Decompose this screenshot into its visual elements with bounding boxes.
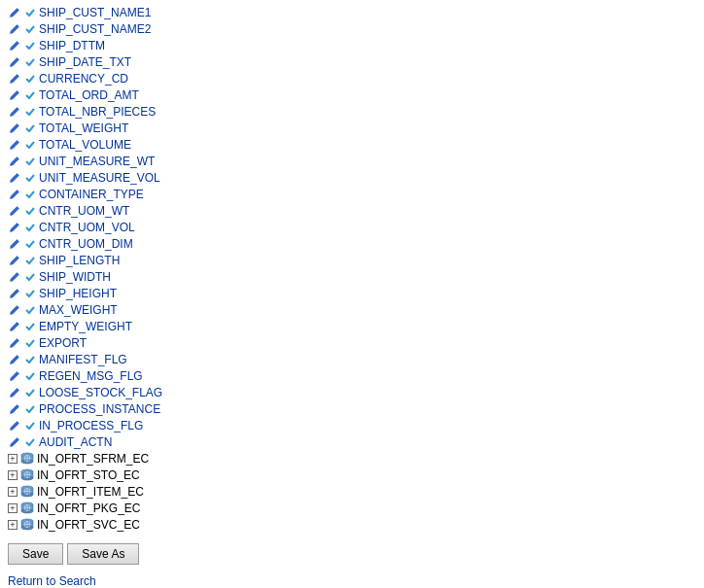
item-label[interactable]: SHIP_DATE_TXT [39,54,131,70]
pencil-icon[interactable] [8,138,21,152]
pencil-icon[interactable] [8,105,21,119]
expand-icon[interactable]: + [8,470,18,480]
item-label[interactable]: IN_OFRT_ITEM_EC [37,484,144,500]
item-label[interactable]: MANIFEST_FLG [39,352,127,367]
check-icon [23,270,37,284]
pencil-icon[interactable] [8,155,21,168]
check-icon [23,237,37,251]
item-label[interactable]: LOOSE_STOCK_FLAG [39,385,162,400]
item-label[interactable]: CNTR_UOM_WT [39,203,129,219]
pencil-icon[interactable] [8,221,21,234]
pencil-icon[interactable] [8,204,21,218]
pencil-icon[interactable] [8,435,21,449]
tree-item: CNTR_UOM_DIM [8,236,696,252]
tree-item: IN_PROCESS_FLG [8,418,696,433]
tree-item-expandable: + IN_OFRT_SFRM_EC [8,451,696,467]
tree-item: SHIP_CUST_NAME1 [8,5,696,20]
pencil-icon[interactable] [8,386,21,399]
tree-item: SHIP_HEIGHT [8,286,696,301]
item-label[interactable]: CONTAINER_TYPE [39,187,144,202]
pencil-icon[interactable] [8,72,21,86]
item-label[interactable]: AUDIT_ACTN [39,434,112,450]
check-icon [23,435,37,449]
expand-icon[interactable]: + [8,520,18,530]
database-icon [19,485,35,499]
item-label[interactable]: SHIP_WIDTH [39,269,111,285]
tree-item: LOOSE_STOCK_FLAG [8,385,696,400]
item-label[interactable]: PROCESS_INSTANCE [39,401,160,417]
tree-item: CURRENCY_CD [8,71,696,86]
item-label[interactable]: IN_OFRT_STO_EC [37,467,140,483]
check-icon [23,138,37,152]
pencil-icon[interactable] [8,419,21,432]
pencil-icon[interactable] [8,39,21,52]
tree-item: EMPTY_WEIGHT [8,319,696,334]
tree-item: SHIP_WIDTH [8,269,696,285]
check-icon [23,336,37,350]
item-label[interactable]: CURRENCY_CD [39,71,128,86]
tree-item: TOTAL_NBR_PIECES [8,104,696,120]
pencil-icon[interactable] [8,320,21,333]
expand-icon[interactable]: + [8,454,18,464]
check-icon [23,55,37,69]
check-icon [23,105,37,119]
tree-item: REGEN_MSG_FLG [8,368,696,384]
expand-icon[interactable]: + [8,487,18,497]
item-label[interactable]: SHIP_HEIGHT [39,286,117,301]
pencil-icon[interactable] [8,287,21,300]
check-icon [23,254,37,267]
item-label[interactable]: TOTAL_VOLUME [39,137,131,153]
item-label[interactable]: IN_OFRT_SFRM_EC [37,451,149,467]
pencil-icon[interactable] [8,303,21,317]
item-label[interactable]: TOTAL_WEIGHT [39,121,128,136]
tree-item: TOTAL_WEIGHT [8,121,696,136]
item-label[interactable]: EXPORT [39,335,87,351]
tree-container: SHIP_CUST_NAME1SHIP_CUST_NAME2SHIP_DTTMS… [0,0,704,537]
pencil-icon[interactable] [8,353,21,366]
tree-item: UNIT_MEASURE_VOL [8,170,696,186]
check-icon [23,320,37,333]
pencil-icon[interactable] [8,369,21,383]
database-icon [19,468,35,482]
item-label[interactable]: IN_PROCESS_FLG [39,418,143,433]
tree-item: SHIP_CUST_NAME2 [8,21,696,37]
save-as-button[interactable]: Save As [67,543,139,565]
item-label[interactable]: SHIP_LENGTH [39,253,120,268]
return-to-search-link[interactable]: Return to Search [8,574,96,588]
pencil-icon[interactable] [8,171,21,185]
pencil-icon[interactable] [8,55,21,69]
tree-item: SHIP_LENGTH [8,253,696,268]
item-label[interactable]: SHIP_CUST_NAME1 [39,5,151,20]
item-label[interactable]: CNTR_UOM_DIM [39,236,133,252]
item-label[interactable]: UNIT_MEASURE_VOL [39,170,160,186]
item-label[interactable]: REGEN_MSG_FLG [39,368,143,384]
expand-icon[interactable]: + [8,503,18,513]
pencil-icon[interactable] [8,270,21,284]
pencil-icon[interactable] [8,402,21,416]
item-label[interactable]: UNIT_MEASURE_WT [39,154,155,169]
item-label[interactable]: SHIP_CUST_NAME2 [39,21,151,37]
check-icon [23,6,37,19]
pencil-icon[interactable] [8,121,21,135]
item-label[interactable]: SHIP_DTTM [39,38,105,53]
tree-item: CONTAINER_TYPE [8,187,696,202]
tree-item: SHIP_DTTM [8,38,696,53]
save-button[interactable]: Save [8,543,63,565]
check-icon [23,188,37,201]
buttons-row: Save Save As [0,537,704,571]
item-label[interactable]: TOTAL_ORD_AMT [39,87,139,103]
item-label[interactable]: IN_OFRT_SVC_EC [37,517,140,533]
item-label[interactable]: TOTAL_NBR_PIECES [39,104,156,120]
pencil-icon[interactable] [8,237,21,251]
pencil-icon[interactable] [8,22,21,36]
pencil-icon[interactable] [8,254,21,267]
tree-item-expandable: + IN_OFRT_PKG_EC [8,501,696,516]
item-label[interactable]: CNTR_UOM_VOL [39,220,135,235]
pencil-icon[interactable] [8,188,21,201]
pencil-icon[interactable] [8,6,21,19]
item-label[interactable]: MAX_WEIGHT [39,302,118,318]
pencil-icon[interactable] [8,336,21,350]
item-label[interactable]: EMPTY_WEIGHT [39,319,132,334]
item-label[interactable]: IN_OFRT_PKG_EC [37,501,140,516]
pencil-icon[interactable] [8,88,21,102]
